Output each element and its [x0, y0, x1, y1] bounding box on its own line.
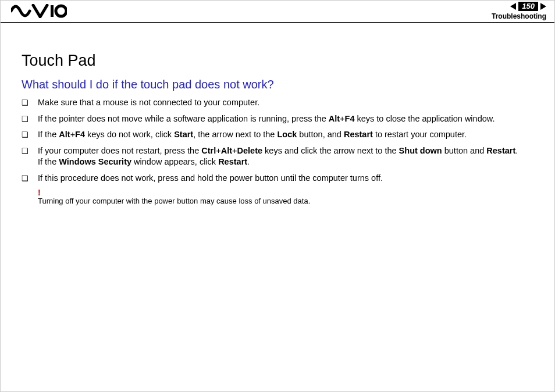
list-item-text: If the pointer does not move while a sof…	[38, 113, 533, 125]
page-header: 150 Troubleshooting	[1, 1, 554, 23]
bullet-list: ❑Make sure that a mouse is not connected…	[22, 97, 533, 184]
page-content: Touch Pad What should I do if the touch …	[1, 23, 554, 206]
warning-icon: !	[38, 188, 533, 197]
list-item: ❑If your computer does not restart, pres…	[22, 145, 533, 168]
list-item: ❑If the Alt+F4 keys do not work, click S…	[22, 129, 533, 141]
list-item: ❑If this procedure does not work, press …	[22, 173, 533, 184]
svg-point-1	[56, 6, 66, 16]
list-item: ❑Make sure that a mouse is not connected…	[22, 97, 533, 109]
svg-rect-0	[51, 5, 54, 17]
prev-page-arrow-icon[interactable]	[510, 3, 516, 10]
list-item-text: If this procedure does not work, press a…	[38, 173, 533, 184]
bullet-marker-icon: ❑	[22, 129, 38, 141]
list-item: ❑If the pointer does not move while a so…	[22, 113, 533, 125]
vaio-logo	[11, 4, 67, 20]
bullet-marker-icon: ❑	[22, 173, 38, 184]
next-page-arrow-icon[interactable]	[540, 3, 546, 10]
warning-text: Turning off your computer with the power…	[38, 197, 533, 206]
warning-block: ! Turning off your computer with the pow…	[38, 188, 533, 206]
page-nav: 150 Troubleshooting	[492, 2, 546, 20]
bullet-marker-icon: ❑	[22, 145, 38, 157]
section-name: Troubleshooting	[492, 12, 546, 20]
list-item-text: If the Alt+F4 keys do not work, click St…	[38, 129, 533, 141]
list-item-text: Make sure that a mouse is not connected …	[38, 97, 533, 109]
list-item-text: If your computer does not restart, press…	[38, 145, 533, 168]
page-title: Touch Pad	[22, 52, 533, 70]
question-heading: What should I do if the touch pad does n…	[22, 78, 533, 91]
page-number: 150	[518, 2, 538, 11]
bullet-marker-icon: ❑	[22, 97, 38, 109]
bullet-marker-icon: ❑	[22, 113, 38, 125]
